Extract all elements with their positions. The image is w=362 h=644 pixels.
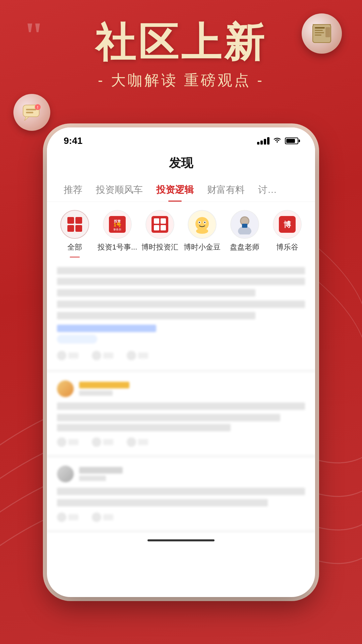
svg-text:博: 博: [284, 220, 291, 229]
tab-recommend[interactable]: 推荐: [57, 178, 89, 202]
content-card-1: [47, 258, 315, 372]
phone-mockup: 9:41 发现 推荐: [47, 127, 315, 597]
status-time: 9:41: [64, 136, 82, 146]
svg-rect-24: [161, 218, 166, 224]
share-action: [127, 351, 148, 360]
category-small-bean[interactable]: 博时小金豆: [181, 210, 224, 258]
signal-icon: [257, 137, 269, 145]
content-area: [47, 258, 315, 533]
svg-rect-16: [67, 225, 74, 232]
like-action: [57, 351, 78, 360]
category-small-bean-label: 博时小金豆: [184, 242, 221, 252]
svg-rect-22: [152, 216, 168, 233]
category-bolegu[interactable]: 博 博乐谷: [266, 210, 308, 258]
category-teacher[interactable]: 盘盘老师: [224, 210, 266, 258]
app-title: 发现: [169, 156, 193, 170]
comment-action-2: [92, 437, 113, 447]
category-row: 全部 投资 1号 事务所 投资1号事...: [47, 202, 315, 258]
category-bolegu-label: 博乐谷: [276, 242, 298, 252]
category-all-label: 全部: [67, 242, 82, 252]
like-action-3: [57, 513, 78, 522]
tab-invest-tailwind[interactable]: 投资顺风车: [89, 178, 149, 202]
svg-point-34: [241, 217, 248, 225]
tab-navigation: 推荐 投资顺风车 投资逻辑 财富有料 讨论: [47, 178, 315, 202]
category-teacher-label: 盘盘老师: [230, 242, 259, 252]
svg-point-13: [277, 141, 278, 143]
svg-rect-23: [154, 218, 159, 224]
hero-subtitle: - 大咖解读 重磅观点 -: [0, 70, 362, 90]
content-card-2: [47, 372, 315, 458]
wifi-icon: [273, 137, 282, 145]
like-action-2: [57, 437, 78, 447]
svg-point-32: [196, 228, 208, 234]
hero-title: 社区上新: [0, 20, 362, 64]
content-card-3: [47, 458, 315, 533]
svg-rect-15: [75, 217, 82, 224]
category-all[interactable]: 全部: [54, 210, 96, 258]
category-invest-hub[interactable]: 博时投资汇: [138, 210, 181, 258]
status-icons: [257, 137, 298, 145]
svg-rect-25: [154, 225, 159, 230]
category-invest1-label: 投资1号事...: [98, 242, 137, 252]
comment-action-3: [92, 513, 113, 522]
svg-rect-26: [161, 225, 166, 230]
svg-rect-14: [67, 217, 74, 224]
battery-icon: [285, 138, 298, 144]
share-action-2: [127, 437, 148, 447]
status-bar: 9:41: [47, 127, 315, 150]
tab-invest-logic[interactable]: 投资逻辑: [149, 178, 200, 202]
mini-avatar: [57, 380, 74, 397]
svg-point-30: [199, 222, 200, 223]
tab-wealth[interactable]: 财富有料: [200, 178, 251, 202]
app-header: 发现: [47, 150, 315, 178]
category-invest-hub-label: 博时投资汇: [141, 242, 178, 252]
svg-text:1号: 1号: [114, 222, 121, 227]
svg-rect-36: [242, 224, 247, 228]
tab-discuss[interactable]: 讨论: [251, 178, 278, 202]
comment-action: [92, 351, 113, 360]
phone-bottom: [47, 533, 315, 548]
svg-text:事务所: 事务所: [113, 228, 121, 231]
svg-rect-17: [75, 225, 82, 232]
hero-section: 社区上新 - 大咖解读 重磅观点 -: [0, 20, 362, 90]
svg-point-31: [204, 222, 205, 223]
category-invest1[interactable]: 投资 1号 事务所 投资1号事...: [96, 210, 139, 258]
home-indicator: [147, 539, 215, 541]
